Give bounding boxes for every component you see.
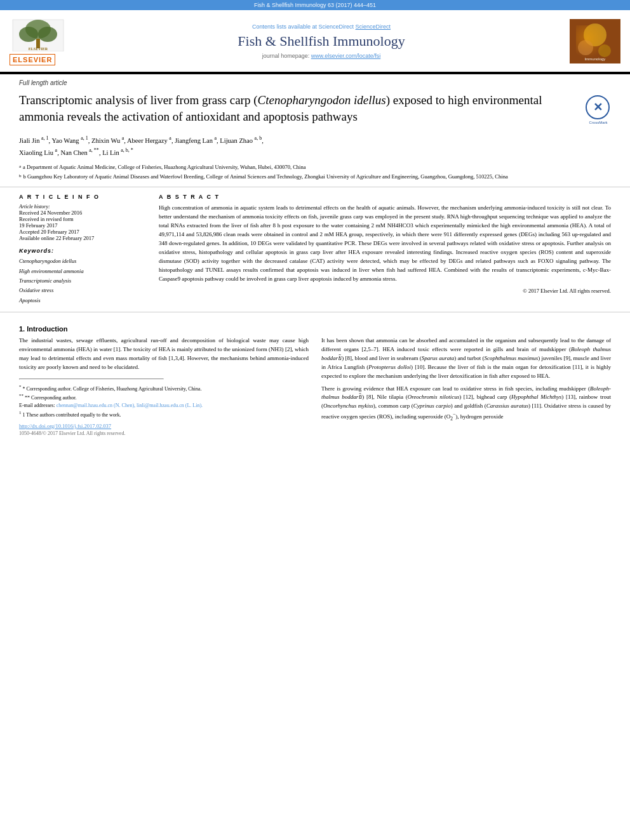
svg-rect-6 bbox=[570, 19, 620, 63]
intro-para-1: The industrial wastes, sewage effluents,… bbox=[19, 337, 309, 372]
journal-citation-bar: Fish & Shellfish Immunology 63 (2017) 44… bbox=[0, 0, 630, 10]
keyword-3: Transcriptomic analysis bbox=[19, 276, 146, 286]
journal-citation: Fish & Shellfish Immunology 63 (2017) 44… bbox=[254, 2, 376, 8]
article-info-heading: A R T I C L E I N F O bbox=[19, 194, 146, 200]
keywords-heading: Keywords: bbox=[19, 248, 146, 254]
article-info-column: A R T I C L E I N F O Article history: R… bbox=[19, 194, 146, 305]
doi-link[interactable]: http://dx.doi.org/10.1016/j.fsi.2017.02.… bbox=[19, 423, 309, 429]
abstract-heading: A B S T R A C T bbox=[159, 194, 611, 200]
affiliations-section: a a Department of Aquatic Animal Medicin… bbox=[0, 161, 630, 187]
journal-thumbnail-area: Immunology bbox=[557, 19, 620, 63]
article-info-abstract-section: A R T I C L E I N F O Article history: R… bbox=[0, 187, 630, 311]
journal-title: Fish & Shellfish Immunology bbox=[86, 33, 557, 50]
journal-url[interactable]: www.elsevier.com/locate/fsi bbox=[311, 53, 381, 59]
revised-date: 19 February 2017 bbox=[19, 222, 146, 229]
intro-para-3: There is growing evidence that HEA expos… bbox=[321, 385, 611, 423]
crossmark-badge: ✕ bbox=[586, 95, 610, 119]
accepted-date: Accepted 20 February 2017 bbox=[19, 229, 146, 235]
article-history: Article history: Received 24 November 20… bbox=[19, 204, 146, 241]
footnotes-area: * * Corresponding author. College of Fis… bbox=[19, 383, 309, 419]
history-label: Article history: bbox=[19, 204, 146, 210]
journal-header: ELSEVIER ELSEVIER Contents lists availab… bbox=[0, 10, 630, 73]
email-2: linli@mail.hzau.edu.cn (L. Lin). bbox=[137, 403, 203, 408]
footnote-equal-contrib: 1 1 These authors contributed equally to… bbox=[19, 410, 309, 419]
footnote-divider bbox=[19, 378, 164, 380]
abstract-text: High concentration of ammonia in aquatic… bbox=[159, 204, 611, 283]
svg-point-9 bbox=[598, 44, 611, 57]
title-section: Transcriptomic analysis of liver from gr… bbox=[0, 89, 630, 131]
journal-title-area: Contents lists available at ScienceDirec… bbox=[86, 23, 557, 59]
affiliation-b: b b Guangzhou Key Laboratory of Aquatic … bbox=[19, 173, 611, 181]
crossmark-label: CrossMark bbox=[586, 121, 611, 124]
svg-point-7 bbox=[584, 23, 607, 46]
article-type-label: Full length article bbox=[0, 74, 630, 89]
affiliation-a: a a Department of Aquatic Animal Medicin… bbox=[19, 163, 611, 171]
footnote-emails: E-mail addresses: chennan@mail.hzau.edu.… bbox=[19, 402, 309, 410]
keyword-2: High environmental ammonia bbox=[19, 267, 146, 276]
footnote-star: * * Corresponding author. College of Fis… bbox=[19, 383, 309, 393]
revised-label: Received in revised form bbox=[19, 216, 146, 222]
email-1: chennan@mail.hzau.edu.cn (N. Chen), bbox=[57, 403, 135, 408]
intro-section-header: 1. Introduction bbox=[19, 325, 611, 333]
crossmark-area: ✕ CrossMark bbox=[586, 95, 611, 124]
svg-point-8 bbox=[578, 40, 593, 55]
cover-image-icon: Immunology bbox=[570, 19, 620, 63]
elsevier-label: ELSEVIER bbox=[10, 54, 55, 65]
main-content-area: 1. Introduction The industrial wastes, s… bbox=[0, 312, 630, 443]
journal-homepage: journal homepage: www.elsevier.com/locat… bbox=[86, 53, 557, 59]
received-date: Received 24 November 2016 bbox=[19, 210, 146, 216]
keyword-5: Apoptosis bbox=[19, 296, 146, 305]
title-text-area: Transcriptomic analysis of liver from gr… bbox=[19, 92, 576, 124]
svg-point-2 bbox=[19, 27, 38, 42]
svg-text:ELSEVIER: ELSEVIER bbox=[29, 47, 48, 51]
elsevier-tree-icon: ELSEVIER bbox=[10, 17, 67, 51]
authors-section: Jiali Jin a, 1, Yao Wang a, 1, Zhixin Wu… bbox=[0, 131, 630, 161]
keyword-4: Oxidative stress bbox=[19, 286, 146, 295]
copyright-notice: © 2017 Elsevier Ltd. All rights reserved… bbox=[159, 288, 611, 294]
svg-text:Immunology: Immunology bbox=[585, 57, 606, 61]
intro-para-2: It has been shown that ammonia can be ab… bbox=[321, 337, 611, 381]
sciencedirect-text: Contents lists available at ScienceDirec… bbox=[86, 23, 557, 30]
keyword-1: Ctenopharyngodon idellus bbox=[19, 257, 146, 266]
intro-two-col: The industrial wastes, sewage effluents,… bbox=[19, 337, 611, 436]
intro-left-col: The industrial wastes, sewage effluents,… bbox=[19, 337, 309, 436]
svg-point-3 bbox=[38, 27, 57, 42]
issn-line: 1050-4648/© 2017 Elsevier Ltd. All right… bbox=[19, 430, 309, 436]
intro-right-col: It has been shown that ammonia can be ab… bbox=[321, 337, 611, 436]
journal-logo-area: ELSEVIER ELSEVIER bbox=[10, 17, 86, 65]
available-date: Available online 22 February 2017 bbox=[19, 235, 146, 241]
abstract-column: A B S T R A C T High concentration of am… bbox=[159, 194, 611, 305]
email-label: E-mail addresses: bbox=[19, 403, 55, 408]
journal-cover-image: Immunology bbox=[570, 19, 620, 63]
article-title: Transcriptomic analysis of liver from gr… bbox=[19, 92, 576, 124]
footnote-star-star: ** ** Corresponding author. bbox=[19, 392, 309, 402]
